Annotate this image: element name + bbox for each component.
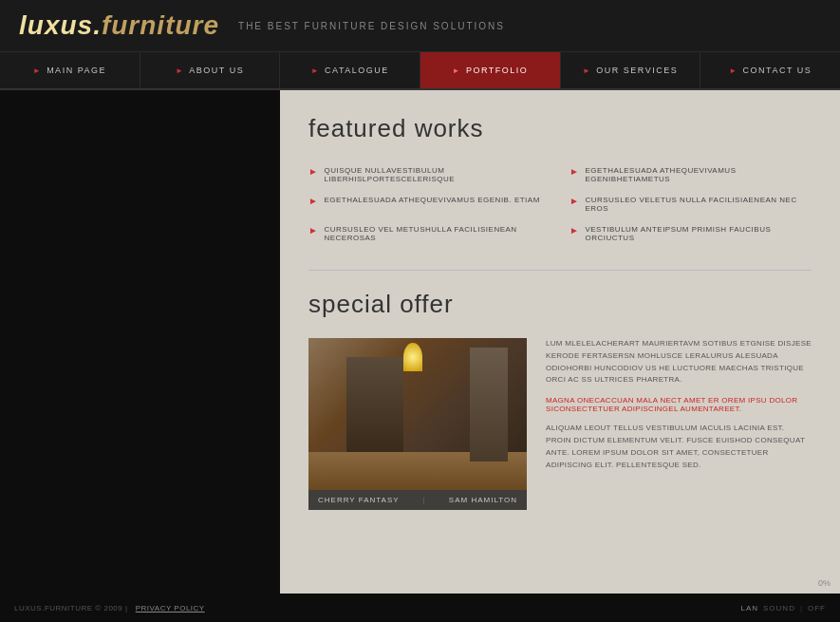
footer-copyright: LUXUS.FURNITURE © 2009 | PRIVACY POLICY [14,604,205,613]
special-offer-title: special offer [308,290,812,319]
footer: LUXUS.FURNITURE © 2009 | PRIVACY POLICY … [0,594,840,622]
footer-sound-label: SOUND [763,604,795,613]
nav-arrow-icon: ► [583,66,591,75]
caption-separator: | [422,496,425,504]
list-item[interactable]: ► QUISQUE NULLAVESTIBULUM LIBERHISLPORTE… [308,162,551,187]
bullet-icon: ► [308,166,318,177]
nav-catalogue[interactable]: ► CATALOGUE [280,52,420,88]
nav-arrow-icon: ► [311,66,320,75]
list-item[interactable]: ► EGETHALESUADA ATHEQUEVIVAMUS EGENIBHET… [569,162,812,187]
nav-main-page[interactable]: ► MAIN PAGE [0,52,140,88]
nav-portfolio[interactable]: ► PORTFOLIO [420,52,561,88]
special-offer-section: CHERRY FANTASY | SAM HAMILTON LUM MLELEL… [308,338,812,510]
bullet-icon: ► [569,166,579,177]
layout: featured works ► QUISQUE NULLAVESTIBULUM… [0,90,840,594]
offer-caption: CHERRY FANTASY | SAM HAMILTON [308,490,527,510]
sound-off-button[interactable]: Off [808,604,826,613]
progress-value: 0% [818,578,840,588]
language-selector[interactable]: Lan [740,604,758,613]
list-item[interactable]: ► CURSUSLEO VELETUS NULLA FACILISIAENEAN… [569,192,812,217]
list-item[interactable]: ► VESTIBULUM ANTEIPSUM PRIMISH FAUCIBUS … [569,221,812,246]
offer-body-text: LUM MLELELACHERART MAURIERTAVM SOTIBUS E… [546,338,812,386]
main-content: featured works ► QUISQUE NULLAVESTIBULUM… [280,90,840,594]
logo[interactable]: luxus.furniture [19,10,219,41]
divider [308,270,812,271]
offer-footer-text: ALIQUAM LEOUT TELLUS VESTIBULUM IACULIS … [546,423,812,471]
footer-separator: | [800,604,803,613]
nav-our-services[interactable]: ► OUR SERVICES [561,52,701,88]
header: luxus.furniture THE BEST FURNITURE DESIG… [0,0,840,52]
left-panel [0,90,280,594]
nav-contact-us[interactable]: ► CONTACT US [700,52,840,88]
kitchen-lamp-detail [403,343,422,371]
bullet-icon: ► [569,196,579,206]
footer-controls: Lan SOUND | Off [740,604,826,613]
list-item[interactable]: ► EGETHALESUADA ATHEQUEVIVAMUS EGENIB. E… [308,192,551,217]
nav-arrow-icon: ► [33,66,42,75]
bullet-icon: ► [308,225,318,236]
offer-link[interactable]: MAGNA ONECACCUAN MALA NECT AMET ER OREM … [546,396,812,413]
list-item[interactable]: ► CURSUSLEO VEL METUSHULLA FACILISIENEAN… [308,221,551,246]
bullet-icon: ► [308,196,318,206]
offer-image[interactable] [308,338,527,490]
caption-right: SAM HAMILTON [449,496,517,504]
nav-arrow-icon: ► [176,66,184,75]
privacy-policy-link[interactable]: PRIVACY POLICY [136,604,205,613]
kitchen-counter-detail [308,452,527,490]
bullet-icon: ► [569,225,579,236]
featured-list: ► QUISQUE NULLAVESTIBULUM LIBERHISLPORTE… [308,162,812,246]
nav-about-us[interactable]: ► ABOUT US [140,52,281,88]
nav-arrow-icon: ► [452,66,460,75]
navigation: ► MAIN PAGE ► ABOUT US ► CATALOGUE ► POR… [0,52,840,90]
offer-text: LUM MLELELACHERART MAURIERTAVM SOTIBUS E… [546,338,812,510]
nav-arrow-icon: ► [729,66,737,75]
offer-image-container: CHERRY FANTASY | SAM HAMILTON [308,338,527,510]
caption-left: CHERRY FANTASY [318,496,400,504]
tagline: THE BEST FURNITURE DESIGN SOLUTIONS [238,21,505,31]
featured-title: featured works [308,114,812,143]
